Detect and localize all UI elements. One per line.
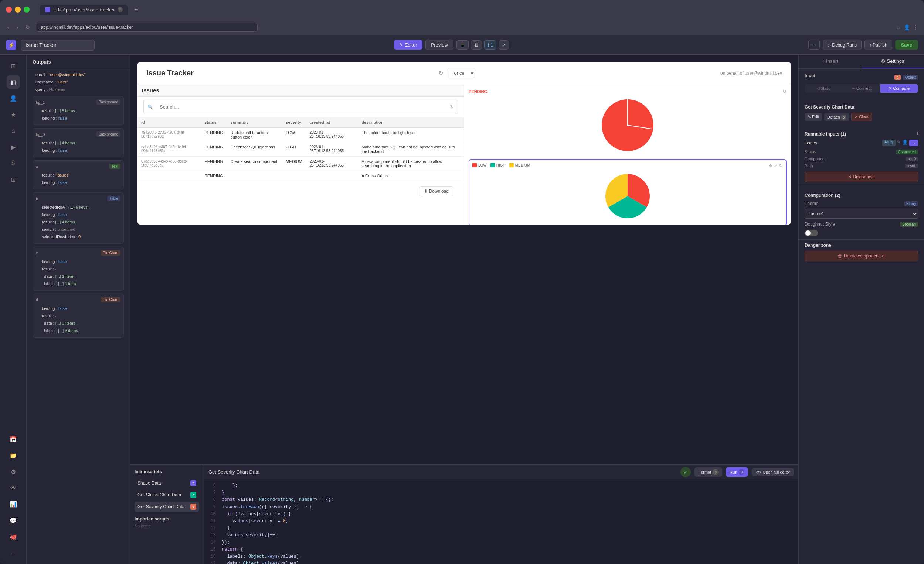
- menu-icon[interactable]: ⋮: [913, 24, 918, 30]
- chart-refresh-button[interactable]: ↻: [783, 89, 786, 94]
- script-shape-data[interactable]: Shape Data b: [135, 478, 199, 488]
- download-button[interactable]: ⬇ Download: [419, 186, 453, 196]
- outputs-header: Outputs: [27, 55, 130, 69]
- app-title-input[interactable]: [21, 39, 94, 51]
- input-mode-tabs: ◁ Static → Connect ✕ Compute: [805, 84, 918, 93]
- address-input[interactable]: [36, 23, 258, 32]
- sidebar-icon-grid[interactable]: ⊞: [7, 173, 20, 186]
- info-button[interactable]: ℹ 1: [484, 40, 496, 50]
- script-severity-chart[interactable]: Get Severity Chart Data d: [135, 501, 199, 512]
- close-button[interactable]: [6, 7, 12, 13]
- new-tab-button[interactable]: +: [131, 4, 141, 15]
- save-button[interactable]: Save: [895, 40, 918, 50]
- traffic-lights: [6, 7, 30, 13]
- expand-button[interactable]: ⤢: [499, 40, 509, 50]
- more-options-button[interactable]: ⋯: [808, 40, 820, 50]
- table-refresh-button[interactable]: ↻: [450, 104, 454, 110]
- desktop-view-button[interactable]: 🖥: [471, 40, 482, 50]
- preview-refresh-button[interactable]: ↻: [438, 69, 443, 76]
- once-dropdown[interactable]: once: [448, 68, 475, 78]
- code-line-15: 15 return {: [207, 546, 795, 553]
- sidebar-icon-calendar[interactable]: 📅: [7, 432, 20, 446]
- static-tab[interactable]: ◁ Static: [805, 84, 842, 93]
- table-scroll: id status summary severity created_at de…: [138, 117, 464, 181]
- sidebar-icon-eye[interactable]: 👁: [7, 481, 20, 495]
- bookmark-icon[interactable]: ☆: [896, 24, 901, 30]
- delete-component-button[interactable]: 🗑 Delete component: d: [805, 251, 918, 261]
- sidebar-icon-user[interactable]: 👤: [7, 91, 20, 105]
- tab-insert[interactable]: + Insert: [799, 55, 861, 68]
- code-toolbar: Get Severity Chart Data ✓ Format 0 Run 0…: [204, 465, 798, 479]
- tab-label: Edit App u/user/issue-tracker: [53, 7, 115, 13]
- code-editor[interactable]: 6 }; 7 } 8 const values: Record<string, …: [204, 479, 798, 564]
- toolbar-right: ⋯ ▷ Debug Runs ↑ Publish Save: [808, 40, 918, 50]
- chart-move-button[interactable]: ✥: [769, 163, 772, 168]
- table-row[interactable]: 794208f5-2735-428a-b4af-b071ff0a2962 PEN…: [138, 128, 464, 142]
- sidebar-icon-graph[interactable]: 📊: [7, 498, 20, 511]
- sidebar-icon-layers[interactable]: ◧: [7, 75, 20, 89]
- browser-tab[interactable]: Edit App u/user/issue-tracker ✕: [40, 5, 128, 15]
- edit-button[interactable]: ✎ Edit: [805, 113, 822, 121]
- connected-badge: Connected: [896, 150, 918, 154]
- connect-tab[interactable]: → Connect: [842, 84, 880, 93]
- config-title: Configuration (2): [805, 193, 918, 198]
- severity-chart: LOW HIGH MEDIUM: [469, 159, 786, 224]
- issues-table-container: Issues 🔍 ↻: [138, 84, 464, 224]
- disconnect-button[interactable]: ✕ Disconnect: [805, 172, 918, 182]
- back-button[interactable]: ‹: [6, 23, 11, 32]
- center-canvas: Issue Tracker ↻ once on behalf of user@w…: [130, 55, 798, 564]
- table-row[interactable]: eaba8d96-e387-4d2d-8494-096e4143b8fa PEN…: [138, 142, 464, 157]
- forward-button[interactable]: ›: [15, 23, 20, 32]
- check-button[interactable]: ✓: [680, 467, 691, 477]
- detach-button[interactable]: Detach 0: [824, 114, 849, 121]
- sidebar-icon-star[interactable]: ★: [7, 108, 20, 121]
- sidebar-icon-arrow[interactable]: →: [7, 546, 20, 560]
- sidebar-icon-github[interactable]: 🐙: [7, 530, 20, 543]
- search-input[interactable]: [155, 102, 450, 112]
- output-username: username : "user": [30, 78, 127, 86]
- script-status-chart[interactable]: Get Status Chart Data c: [135, 490, 199, 500]
- sidebar-icon-chat[interactable]: 💬: [7, 514, 20, 527]
- table-row[interactable]: PENDING A Cross Origin...: [138, 171, 464, 181]
- theme-row: Theme String: [805, 201, 918, 206]
- charts-container: PENDING ↻: [464, 84, 791, 224]
- doughnut-toggle[interactable]: [805, 230, 818, 236]
- code-line-11: 11 values[severity] = 0;: [207, 518, 795, 525]
- sidebar-icon-dollar[interactable]: $: [7, 157, 20, 170]
- open-full-editor-button[interactable]: </> Open full editor: [752, 468, 794, 476]
- user-issues-icon[interactable]: 👤: [902, 140, 908, 146]
- publish-button[interactable]: ↑ Publish: [864, 40, 892, 50]
- sidebar-icon-home2[interactable]: ⌂: [7, 124, 20, 138]
- editor-button[interactable]: ✎ Editor: [394, 40, 423, 50]
- compute-tab[interactable]: ✕ Compute: [880, 84, 918, 93]
- tab-close-button[interactable]: ✕: [117, 7, 123, 12]
- preview-controls: ↻ once: [438, 68, 475, 78]
- mobile-view-button[interactable]: 📱: [456, 40, 469, 50]
- sidebar-icon-play[interactable]: ▶: [7, 141, 20, 154]
- connect-issues-button[interactable]: →: [909, 140, 918, 146]
- address-icons: ☆ 👤 ⋮: [896, 24, 918, 30]
- debug-runs-button[interactable]: ▷ Debug Runs: [823, 40, 861, 50]
- sidebar-icon-settings2[interactable]: ⚙: [7, 465, 20, 478]
- sidebar-icon-folder[interactable]: 📁: [7, 449, 20, 462]
- clear-button[interactable]: ✕ Clear: [851, 113, 872, 121]
- preview-button[interactable]: Preview: [425, 39, 453, 50]
- refresh-button[interactable]: ↻: [24, 23, 32, 32]
- get-severity-title: Get Severity Chart Data: [805, 105, 918, 110]
- tab-settings[interactable]: ⚙ Settings: [861, 55, 924, 68]
- minimize-button[interactable]: [15, 7, 21, 13]
- sidebar-icon-home[interactable]: ⊞: [7, 59, 20, 72]
- profile-icon[interactable]: 👤: [904, 24, 910, 30]
- edit-issues-icon[interactable]: ✎: [897, 140, 901, 146]
- chart-expand-button[interactable]: ⤢: [774, 163, 778, 168]
- theme-select[interactable]: theme1: [805, 209, 918, 218]
- run-button[interactable]: Run 0: [726, 467, 748, 477]
- fullscreen-button[interactable]: [24, 7, 30, 13]
- severity-chart-refresh[interactable]: ↻: [779, 163, 783, 168]
- code-line-14: 14 });: [207, 539, 795, 546]
- table-row[interactable]: 07da0553-4e6e-4d56-8ded-5fd0f7d5c3c2 PEN…: [138, 157, 464, 171]
- bottom-section: Inline scripts Shape Data b Get Status C…: [130, 464, 798, 564]
- format-button[interactable]: Format 0: [694, 467, 722, 477]
- pending-pie-chart: [594, 96, 661, 155]
- run-label: Run: [730, 470, 737, 474]
